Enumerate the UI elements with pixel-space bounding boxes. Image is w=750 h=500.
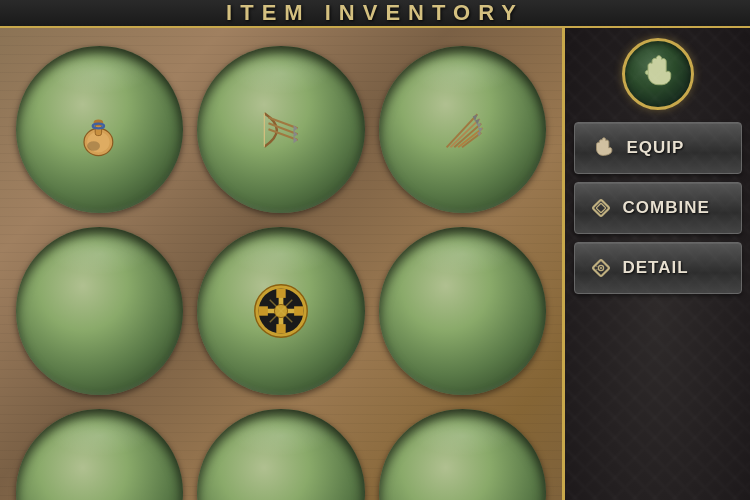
svg-line-21 [462,132,481,147]
inventory-slot-6[interactable] [16,409,183,500]
inventory-slot-0[interactable] [16,46,183,213]
game-screen: ITEM INVENTORY [0,0,750,500]
svg-marker-8 [293,125,297,132]
svg-rect-35 [596,203,606,213]
detail-label: DETAIL [623,258,689,278]
item-gourd [37,67,162,192]
hand-button[interactable] [622,38,694,110]
inventory-slot-1[interactable] [197,46,364,213]
combine-label: COMBINE [623,198,710,218]
svg-point-38 [599,267,601,269]
title-bar: ITEM INVENTORY [0,0,750,28]
svg-line-7 [268,117,297,128]
combine-icon [589,196,613,220]
inventory-slot-5[interactable] [379,227,546,394]
svg-line-9 [268,123,297,134]
inventory-slot-4[interactable] [197,227,364,394]
item-empty-7 [218,430,343,500]
detail-icon [589,256,613,280]
svg-point-5 [87,141,100,151]
page-title: ITEM INVENTORY [226,0,524,26]
svg-rect-34 [592,200,609,217]
item-empty-6 [37,430,162,500]
detail-button[interactable]: DETAIL [574,242,742,294]
item-empty-3 [37,248,162,373]
svg-line-40 [595,269,597,271]
item-medallion [218,248,343,373]
svg-marker-12 [293,136,297,143]
svg-line-39 [595,265,597,267]
main-content: EQUIP COMBINE [0,28,750,500]
svg-marker-10 [293,130,297,137]
combine-button[interactable]: COMBINE [574,182,742,234]
right-panel: EQUIP COMBINE [565,28,750,500]
svg-rect-28 [276,324,285,333]
inventory-slot-8[interactable] [379,409,546,500]
item-arrows [218,67,343,192]
item-quiver [400,67,525,192]
hand-icon [638,52,678,96]
inventory-slot-3[interactable] [16,227,183,394]
svg-rect-29 [258,306,267,315]
svg-rect-2 [95,124,101,135]
item-empty-5 [400,248,525,373]
inventory-slot-7[interactable] [197,409,364,500]
inventory-panel [0,28,565,500]
svg-rect-30 [294,306,303,315]
inventory-slot-2[interactable] [379,46,546,213]
equip-label: EQUIP [627,138,685,158]
equip-icon [589,134,617,162]
item-empty-8 [400,430,525,500]
svg-rect-27 [276,288,285,297]
equip-button[interactable]: EQUIP [574,122,742,174]
